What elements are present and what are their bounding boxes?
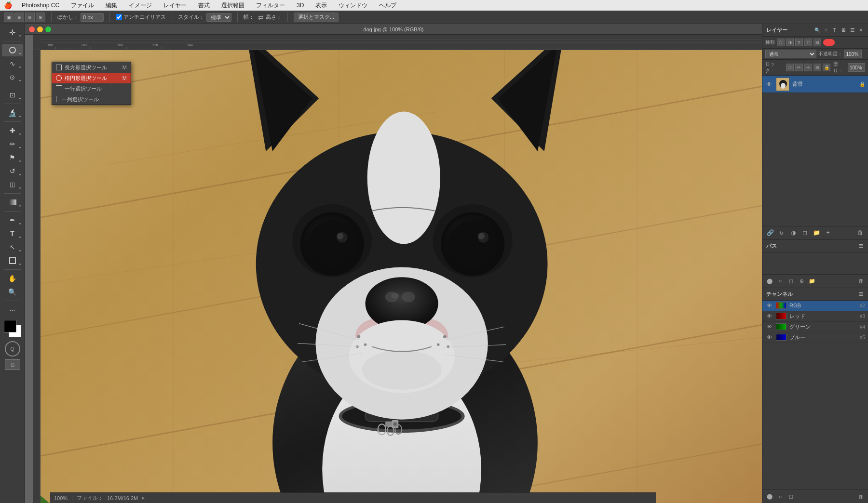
apple-menu[interactable]: 🍎 bbox=[4, 1, 12, 9]
channel-fill-icon[interactable]: ○ bbox=[776, 492, 785, 501]
tool-flyout[interactable]: 長方形選択ツール M 楕円形選択ツール M 一行選択ツール bbox=[52, 62, 131, 105]
select-mask-button[interactable]: 選択とマスク... bbox=[294, 13, 339, 22]
canvas-content[interactable]: // Generated in CSS approach bbox=[33, 35, 762, 503]
layers-search-icon[interactable]: 🔍 bbox=[814, 27, 821, 34]
foreground-color-swatch[interactable] bbox=[4, 320, 16, 332]
layer-link-icon[interactable]: 🔗 bbox=[765, 228, 775, 238]
eraser-tool[interactable]: ◫ ▼ bbox=[2, 178, 23, 191]
path-stroke-icon[interactable]: ○ bbox=[776, 277, 785, 285]
hand-tool[interactable]: ✋ bbox=[2, 272, 23, 285]
channel-item-red[interactable]: 👁 レッド #3 bbox=[762, 311, 868, 322]
eyedropper-tool[interactable]: 🔬 ▼ bbox=[2, 106, 23, 119]
path-select-tool[interactable]: ↖ ▼ bbox=[2, 241, 23, 253]
layer-fx-icon[interactable]: fx bbox=[777, 228, 787, 238]
lasso-tool[interactable]: ∿ ▼ bbox=[2, 57, 23, 70]
filter-shape-icon[interactable]: ◻ bbox=[804, 39, 812, 46]
clone-stamp-tool[interactable]: ⚑ ▼ bbox=[2, 151, 23, 164]
layers-panel-menu[interactable]: ☰ bbox=[849, 27, 855, 34]
channel-delete-icon[interactable]: 🗑 bbox=[856, 492, 865, 501]
brush-tool[interactable]: ✏ ▼ bbox=[2, 138, 23, 150]
type-tool[interactable]: T ▼ bbox=[2, 227, 23, 240]
style-select[interactable]: 標準 bbox=[206, 13, 231, 22]
minimize-button[interactable] bbox=[37, 26, 43, 32]
status-expand-icon[interactable]: ▶ bbox=[142, 496, 145, 500]
shape-tool[interactable]: ▼ bbox=[2, 254, 23, 267]
path-fill-icon[interactable]: ⬤ bbox=[765, 277, 774, 285]
quick-mask-toggle[interactable]: Q bbox=[5, 341, 20, 357]
menu-view[interactable]: 表示 bbox=[313, 1, 329, 10]
menu-select[interactable]: 選択範囲 bbox=[219, 1, 246, 10]
filter-smart-icon[interactable]: ⊞ bbox=[814, 39, 821, 46]
close-button[interactable] bbox=[29, 26, 35, 32]
layer-visibility-icon[interactable]: 👁 bbox=[765, 81, 773, 88]
layers-font-icon[interactable]: T bbox=[831, 27, 838, 34]
layer-delete-icon[interactable]: 🗑 bbox=[855, 228, 865, 238]
channel-item-rgb[interactable]: 👁 RGB #2 bbox=[762, 301, 868, 311]
gradient-tool[interactable]: ▼ bbox=[2, 196, 23, 209]
crop-tool[interactable]: ⊡ ▼ bbox=[2, 89, 23, 101]
channel-rgb-eye[interactable]: 👁 bbox=[765, 303, 773, 308]
flyout-item-rect[interactable]: 長方形選択ツール M bbox=[52, 62, 131, 73]
path-new-icon[interactable]: 📁 bbox=[808, 277, 816, 285]
intersect-selection-btn[interactable]: ⊗ bbox=[36, 13, 45, 22]
opacity-input[interactable] bbox=[844, 50, 862, 58]
channel-blue-eye[interactable]: 👁 bbox=[765, 334, 773, 340]
channel-item-green[interactable]: 👁 グリーン #4 bbox=[762, 322, 868, 332]
layers-resize-icon[interactable]: ⊞ bbox=[840, 27, 847, 34]
channel-item-blue[interactable]: 👁 ブルー #5 bbox=[762, 332, 868, 343]
add-selection-btn[interactable]: ⊕ bbox=[14, 13, 24, 22]
swap-dimensions-icon[interactable]: ⇄ bbox=[258, 13, 264, 21]
menu-photoshop[interactable]: Photoshop CC bbox=[20, 2, 61, 9]
canvas-image[interactable]: 160 180 200 220 240 bbox=[33, 42, 762, 503]
menu-type[interactable]: 書式 bbox=[196, 1, 212, 10]
channels-panel-menu[interactable]: ☰ bbox=[857, 291, 864, 297]
path-selection-icon[interactable]: ◻ bbox=[787, 277, 795, 285]
channel-new-icon[interactable]: ◻ bbox=[787, 492, 795, 501]
feather-input[interactable] bbox=[81, 13, 104, 22]
menu-filter[interactable]: フィルター bbox=[254, 1, 287, 10]
flyout-item-single-col[interactable]: 一列選択ツール bbox=[52, 94, 131, 105]
filter-pixel-icon[interactable]: ⬡ bbox=[777, 39, 785, 46]
quick-select-tool[interactable]: ⊙ ▼ bbox=[2, 71, 23, 83]
menu-edit[interactable]: 編集 bbox=[104, 1, 119, 10]
paths-panel-menu[interactable]: ☰ bbox=[857, 242, 864, 249]
menu-window[interactable]: ウィンドウ bbox=[337, 1, 369, 10]
new-selection-btn[interactable]: ▣ bbox=[4, 13, 14, 22]
pen-tool[interactable]: ✒ ▼ bbox=[2, 214, 23, 226]
filter-type-icon[interactable]: T bbox=[795, 39, 803, 46]
lock-artboard-btn[interactable]: ⊞ bbox=[814, 64, 821, 71]
layer-item[interactable]: 👁 背景 🔒 bbox=[762, 76, 868, 93]
layers-options-icon[interactable]: ≡ bbox=[823, 27, 829, 34]
channel-red-eye[interactable]: 👁 bbox=[765, 313, 773, 319]
menu-file[interactable]: ファイル bbox=[69, 1, 96, 10]
marquee-tool[interactable]: ▼ bbox=[2, 44, 23, 56]
anti-alias-checkbox[interactable] bbox=[116, 14, 122, 20]
path-delete-icon[interactable]: 🗑 bbox=[856, 277, 865, 285]
layers-close-icon[interactable]: × bbox=[857, 27, 864, 34]
lock-all-btn[interactable]: 🔒 bbox=[823, 64, 830, 71]
menu-help[interactable]: ヘルプ bbox=[377, 1, 398, 10]
zoom-tool[interactable]: 🔍 bbox=[2, 286, 23, 298]
filter-adjust-icon[interactable]: ◑ bbox=[786, 39, 794, 46]
layer-adjustment-icon[interactable]: ◻ bbox=[800, 228, 810, 238]
layer-group-icon[interactable]: 📁 bbox=[812, 228, 821, 238]
healing-tool[interactable]: ✚ ▼ bbox=[2, 124, 23, 137]
lock-position-btn[interactable]: ✛ bbox=[804, 64, 812, 71]
screen-mode-btn[interactable]: ⊡ bbox=[5, 359, 20, 370]
menu-3d[interactable]: 3D bbox=[295, 2, 306, 9]
maximize-button[interactable] bbox=[45, 26, 51, 32]
menu-layer[interactable]: レイヤー bbox=[162, 1, 189, 10]
layer-mask-icon[interactable]: ◑ bbox=[788, 228, 798, 238]
blend-mode-select[interactable]: 通常 bbox=[765, 50, 816, 58]
move-tool[interactable]: ✛ ▼ bbox=[2, 26, 23, 39]
layer-new-icon[interactable]: + bbox=[823, 228, 833, 238]
filter-toggle[interactable] bbox=[823, 39, 835, 46]
lock-transparent-btn[interactable]: ⬡ bbox=[786, 64, 794, 71]
history-brush-tool[interactable]: ↺ ▼ bbox=[2, 165, 23, 177]
path-vector-mask-icon[interactable]: ⊕ bbox=[797, 277, 806, 285]
fill-input[interactable] bbox=[848, 63, 865, 72]
subtract-selection-btn[interactable]: ⊖ bbox=[25, 13, 35, 22]
flyout-item-single-row[interactable]: 一行選択ツール bbox=[52, 83, 131, 94]
channel-selection-icon[interactable]: ⬤ bbox=[765, 492, 774, 501]
channel-green-eye[interactable]: 👁 bbox=[765, 324, 773, 330]
